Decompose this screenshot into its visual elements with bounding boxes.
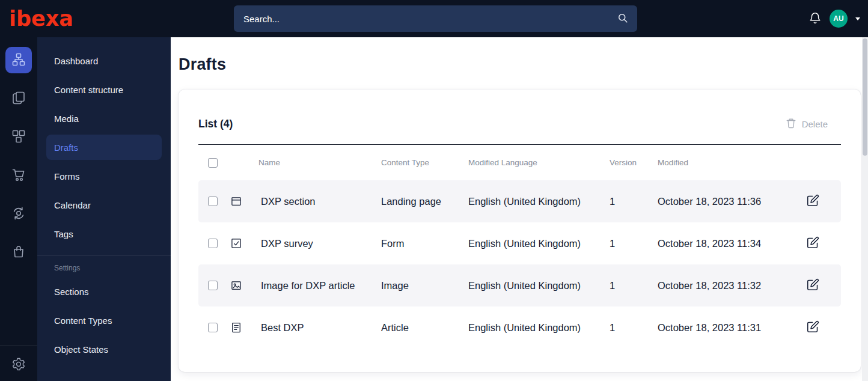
landing-page-icon bbox=[227, 195, 258, 207]
rail-bottom bbox=[0, 346, 37, 381]
select-all-checkbox[interactable] bbox=[208, 158, 218, 168]
app-shell: Dashboard Content structure Media Drafts… bbox=[0, 37, 868, 381]
delete-button[interactable]: Delete bbox=[786, 118, 828, 130]
edit-icon bbox=[807, 194, 819, 209]
rail-content-button[interactable] bbox=[5, 85, 32, 112]
rail-commerce-button[interactable] bbox=[5, 162, 32, 189]
table-header-row: Name Content Type Modified Language Vers… bbox=[198, 144, 841, 180]
row-version: 1 bbox=[610, 238, 658, 249]
table-row: Image for DXP article Image English (Uni… bbox=[198, 264, 841, 306]
global-search bbox=[234, 5, 637, 32]
edit-icon bbox=[807, 278, 819, 293]
sidebar-item-drafts[interactable]: Drafts bbox=[46, 135, 162, 160]
edit-draft-button[interactable] bbox=[802, 320, 841, 335]
vertical-scrollbar bbox=[862, 37, 868, 381]
card-header: List (4) Delete bbox=[198, 90, 841, 144]
table-row: Best DXP Article English (United Kingdom… bbox=[198, 306, 841, 349]
rail-modules-button[interactable] bbox=[5, 124, 32, 150]
main-content: Drafts List (4) Delete Name Content Type bbox=[171, 37, 868, 381]
rail-admin-button[interactable] bbox=[5, 352, 32, 378]
scrollbar-thumb[interactable] bbox=[863, 38, 867, 156]
sidebar-item-calendar[interactable]: Calendar bbox=[37, 190, 171, 219]
blocks-icon bbox=[11, 129, 26, 145]
notifications-button[interactable] bbox=[808, 11, 822, 26]
search-icon bbox=[617, 12, 629, 26]
row-content-type: Form bbox=[381, 238, 468, 249]
column-header-modified-language: Modified Language bbox=[468, 158, 610, 167]
sidebar-item-tags[interactable]: Tags bbox=[37, 219, 171, 248]
row-name[interactable]: DXP survey bbox=[258, 238, 381, 249]
sidebar-item-content-structure[interactable]: Content structure bbox=[37, 75, 171, 104]
sidebar-item-object-states[interactable]: Object States bbox=[37, 335, 171, 364]
rail-workflow-button[interactable] bbox=[5, 201, 32, 227]
bell-icon bbox=[808, 11, 822, 26]
table-row: DXP section Landing page English (United… bbox=[198, 180, 841, 222]
row-checkbox[interactable] bbox=[208, 239, 218, 248]
edit-icon bbox=[807, 236, 819, 251]
row-version: 1 bbox=[610, 196, 658, 207]
gear-icon bbox=[11, 357, 26, 373]
rail-content-structure-button[interactable] bbox=[5, 47, 32, 73]
row-modified-language: English (United Kingdom) bbox=[468, 238, 610, 249]
sidebar-item-forms[interactable]: Forms bbox=[37, 162, 171, 190]
settings-section-label: Settings bbox=[37, 264, 171, 272]
column-header-name: Name bbox=[258, 158, 381, 167]
column-header-modified: Modified bbox=[658, 158, 802, 167]
edit-icon bbox=[807, 320, 819, 335]
form-icon bbox=[227, 237, 258, 249]
row-modified: October 18, 2023 11:31 bbox=[658, 322, 802, 334]
search-input[interactable] bbox=[243, 14, 617, 24]
pages-icon bbox=[11, 91, 26, 107]
row-checkbox[interactable] bbox=[208, 197, 218, 206]
table-body: DXP section Landing page English (United… bbox=[198, 180, 841, 349]
article-icon bbox=[227, 322, 258, 334]
ibexa-logo[interactable]: ibexa bbox=[9, 8, 73, 29]
row-content-type: Landing page bbox=[381, 196, 468, 207]
row-checkbox[interactable] bbox=[208, 281, 218, 290]
row-modified: October 18, 2023 11:34 bbox=[658, 238, 802, 249]
row-name[interactable]: Image for DXP article bbox=[258, 280, 381, 291]
topbar: ibexa AU bbox=[0, 0, 868, 37]
drafts-card: List (4) Delete Name Content Type Modifi… bbox=[179, 90, 861, 372]
trash-icon bbox=[786, 118, 796, 130]
row-modified-language: English (United Kingdom) bbox=[468, 322, 610, 334]
column-header-content-type: Content Type bbox=[381, 158, 468, 167]
list-count-title: List (4) bbox=[198, 117, 233, 130]
table-row: DXP survey Form English (United Kingdom)… bbox=[198, 222, 841, 264]
image-icon bbox=[227, 279, 258, 291]
edit-draft-button[interactable] bbox=[802, 236, 841, 251]
icon-rail bbox=[0, 37, 37, 381]
sidebar-item-content-types[interactable]: Content Types bbox=[37, 306, 171, 335]
row-modified: October 18, 2023 11:36 bbox=[658, 196, 802, 207]
sidebar-item-media[interactable]: Media bbox=[37, 104, 171, 133]
user-menu-caret-icon[interactable] bbox=[855, 17, 860, 20]
sidebar-item-dashboard[interactable]: Dashboard bbox=[37, 46, 171, 75]
search-button[interactable] bbox=[617, 12, 629, 26]
sidebar-item-sections[interactable]: Sections bbox=[37, 277, 171, 306]
row-modified-language: English (United Kingdom) bbox=[468, 196, 610, 207]
edit-draft-button[interactable] bbox=[802, 194, 841, 209]
delete-button-label: Delete bbox=[802, 119, 828, 129]
row-version: 1 bbox=[610, 322, 658, 334]
row-modified: October 18, 2023 11:32 bbox=[658, 280, 802, 291]
row-content-type: Article bbox=[381, 322, 468, 334]
topbar-right: AU bbox=[808, 0, 860, 37]
edit-draft-button[interactable] bbox=[802, 278, 841, 293]
menu-divider: Settings bbox=[37, 255, 171, 277]
row-modified-language: English (United Kingdom) bbox=[468, 280, 610, 291]
sidebar-menu: Dashboard Content structure Media Drafts… bbox=[37, 37, 171, 381]
row-content-type: Image bbox=[381, 280, 468, 291]
cart-icon bbox=[11, 168, 26, 184]
sitemap-icon bbox=[11, 52, 26, 69]
rail-product-catalog-button[interactable] bbox=[5, 239, 32, 266]
column-header-version: Version bbox=[610, 158, 658, 167]
page-title: Drafts bbox=[179, 55, 861, 74]
row-name[interactable]: Best DXP bbox=[258, 322, 381, 334]
user-avatar[interactable]: AU bbox=[830, 10, 848, 28]
shopping-bag-icon bbox=[11, 245, 26, 261]
row-version: 1 bbox=[610, 280, 658, 291]
drafts-table: Name Content Type Modified Language Vers… bbox=[198, 144, 841, 349]
row-name[interactable]: DXP section bbox=[258, 196, 381, 207]
process-sync-icon bbox=[11, 206, 26, 222]
row-checkbox[interactable] bbox=[208, 323, 218, 332]
